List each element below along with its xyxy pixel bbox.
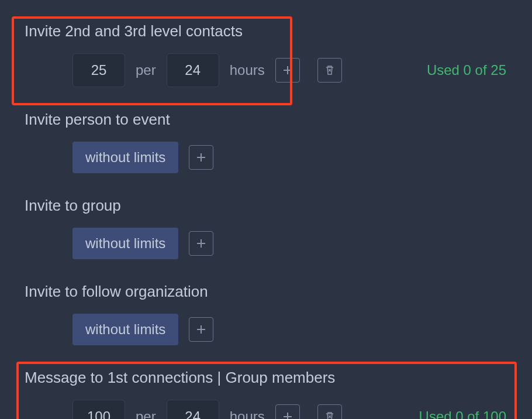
limit-controls: without limits — [25, 314, 510, 345]
amount-input[interactable] — [72, 400, 125, 419]
limit-title: Invite to group — [25, 197, 510, 215]
trash-icon — [325, 66, 334, 75]
hours-label: hours — [230, 408, 265, 419]
add-button[interactable] — [189, 231, 213, 256]
button-row — [189, 231, 510, 256]
delete-button[interactable] — [317, 404, 342, 419]
used-status: Used 0 of 25 — [427, 62, 510, 78]
plus-icon — [196, 239, 206, 248]
limit-controls: per hours Used 0 of 100 — [25, 400, 510, 419]
without-limits-pill[interactable]: without limits — [72, 314, 178, 345]
per-label: per — [136, 408, 156, 419]
add-button[interactable] — [275, 58, 300, 83]
limit-group-invite-follow-org: Invite to follow organization without li… — [0, 272, 532, 358]
hours-label: hours — [230, 62, 265, 78]
add-button[interactable] — [189, 317, 213, 342]
limit-group-invite-group: Invite to group without limits — [0, 186, 532, 272]
button-row — [189, 317, 510, 342]
add-button[interactable] — [275, 404, 300, 419]
period-input[interactable] — [167, 400, 219, 419]
plus-icon — [283, 66, 292, 75]
limit-group-message-1st-group: Message to 1st connections | Group membe… — [0, 358, 532, 419]
amount-input[interactable] — [72, 53, 125, 87]
limit-title: Invite to follow organization — [25, 283, 510, 301]
plus-icon — [196, 325, 206, 334]
delete-button[interactable] — [317, 58, 342, 83]
plus-icon — [283, 412, 292, 419]
limit-title: Invite 2nd and 3rd level contacts — [25, 22, 510, 40]
without-limits-pill[interactable]: without limits — [72, 142, 178, 173]
button-row: Used 0 of 100 — [275, 404, 510, 419]
limit-group-invite-event: Invite person to event without limits — [0, 100, 532, 186]
button-row: Used 0 of 25 — [275, 58, 510, 83]
period-input[interactable] — [167, 53, 219, 87]
limit-title: Invite person to event — [25, 111, 510, 129]
trash-icon — [325, 412, 334, 419]
button-row — [189, 145, 510, 170]
used-status: Used 0 of 100 — [419, 408, 510, 419]
without-limits-pill[interactable]: without limits — [72, 228, 178, 259]
per-label: per — [136, 62, 156, 78]
limit-controls: without limits — [25, 228, 510, 259]
limit-group-invite-2nd-3rd: Invite 2nd and 3rd level contacts per ho… — [0, 12, 532, 100]
add-button[interactable] — [189, 145, 213, 170]
plus-icon — [196, 153, 206, 162]
limit-title: Message to 1st connections | Group membe… — [25, 369, 510, 387]
limit-controls: without limits — [25, 142, 510, 173]
limit-controls: per hours Used 0 of 25 — [25, 53, 510, 87]
